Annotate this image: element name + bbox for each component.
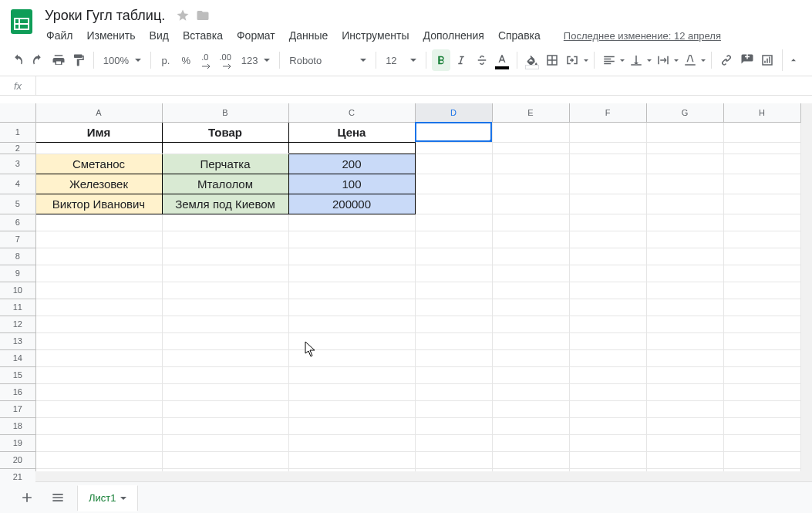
row-header-2[interactable]: 2 (0, 142, 35, 154)
folder-icon[interactable] (196, 8, 210, 22)
cell-B5[interactable]: Земля под Киевом (162, 194, 288, 214)
halign-more[interactable] (619, 59, 626, 62)
cell-C7[interactable] (288, 231, 415, 248)
cell-H17[interactable] (723, 400, 800, 417)
cell-A2[interactable] (35, 142, 162, 154)
cell-A1[interactable]: Имя (35, 122, 162, 142)
cell-G9[interactable] (646, 265, 723, 282)
cell-H2[interactable] (723, 142, 800, 154)
cell-E12[interactable] (492, 316, 569, 332)
cell-C8[interactable] (288, 248, 415, 265)
cell-F7[interactable] (569, 231, 646, 248)
cell-D18[interactable] (415, 417, 492, 434)
print-button[interactable] (49, 49, 67, 71)
cell-D13[interactable] (415, 332, 492, 349)
cell-F5[interactable] (569, 194, 646, 214)
cell-F6[interactable] (569, 214, 646, 231)
menu-view[interactable]: Вид (143, 26, 175, 45)
cell-E9[interactable] (492, 265, 569, 282)
cell-F12[interactable] (569, 316, 646, 332)
cell-B14[interactable] (162, 349, 288, 366)
col-header-D[interactable]: D (415, 103, 492, 122)
zoom-combo[interactable]: 100% (99, 49, 146, 71)
cell-E13[interactable] (492, 332, 569, 349)
cell-C5[interactable]: 200000 (288, 194, 415, 214)
cell-A17[interactable] (35, 400, 162, 417)
rotate-button[interactable] (681, 49, 699, 71)
cell-E16[interactable] (492, 383, 569, 400)
row-header-19[interactable]: 19 (0, 434, 35, 451)
row-header-10[interactable]: 10 (0, 282, 35, 299)
row-header-20[interactable]: 20 (0, 451, 35, 468)
cell-B8[interactable] (162, 248, 288, 265)
last-edit[interactable]: Последнее изменение: 12 апреля (564, 30, 721, 42)
cell-E2[interactable] (492, 142, 569, 154)
cell-B12[interactable] (162, 316, 288, 332)
cell-F3[interactable] (569, 154, 646, 174)
cell-F19[interactable] (569, 434, 646, 451)
cell-F4[interactable] (569, 174, 646, 194)
menu-edit[interactable]: Изменить (80, 26, 141, 45)
cell-C14[interactable] (288, 349, 415, 366)
valign-more[interactable] (646, 59, 653, 62)
menu-data[interactable]: Данные (283, 26, 335, 45)
cell-E14[interactable] (492, 349, 569, 366)
cell-F13[interactable] (569, 332, 646, 349)
col-header-G[interactable]: G (646, 103, 723, 122)
cell-E6[interactable] (492, 214, 569, 231)
cell-E1[interactable] (492, 122, 569, 142)
cell-A11[interactable] (35, 299, 162, 316)
cell-B10[interactable] (162, 282, 288, 299)
cell-B13[interactable] (162, 332, 288, 349)
row-header-14[interactable]: 14 (0, 349, 35, 366)
percent-button[interactable]: % (177, 49, 195, 71)
cell-H8[interactable] (723, 248, 800, 265)
cell-G5[interactable] (646, 194, 723, 214)
cell-B7[interactable] (162, 231, 288, 248)
cell-F11[interactable] (569, 299, 646, 316)
font-family-combo[interactable]: Roboto (285, 49, 371, 71)
cell-A7[interactable] (35, 231, 162, 248)
cell-A15[interactable] (35, 366, 162, 383)
cell-D2[interactable] (415, 142, 492, 154)
cell-G3[interactable] (646, 154, 723, 174)
cell-A20[interactable] (35, 451, 162, 468)
cell-G13[interactable] (646, 332, 723, 349)
cell-G10[interactable] (646, 282, 723, 299)
cell-D16[interactable] (415, 383, 492, 400)
cell-B1[interactable]: Товар (162, 122, 288, 142)
cell-G11[interactable] (646, 299, 723, 316)
row-header-12[interactable]: 12 (0, 316, 35, 332)
merge-button[interactable] (563, 49, 581, 71)
cell-B15[interactable] (162, 366, 288, 383)
row-header-6[interactable]: 6 (0, 214, 35, 231)
cell-C6[interactable] (288, 214, 415, 231)
cell-F9[interactable] (569, 265, 646, 282)
cell-C12[interactable] (288, 316, 415, 332)
cell-H10[interactable] (723, 282, 800, 299)
formula-input[interactable] (36, 76, 812, 95)
cell-H5[interactable] (723, 194, 800, 214)
cell-D15[interactable] (415, 366, 492, 383)
wrap-button[interactable] (654, 49, 672, 71)
menu-insert[interactable]: Вставка (177, 26, 229, 45)
cell-G18[interactable] (646, 417, 723, 434)
strike-button[interactable] (472, 49, 490, 71)
col-header-B[interactable]: B (162, 103, 288, 122)
cell-D11[interactable] (415, 299, 492, 316)
cell-H7[interactable] (723, 231, 800, 248)
cell-C19[interactable] (288, 434, 415, 451)
row-header-9[interactable]: 9 (0, 265, 35, 282)
cell-B6[interactable] (162, 214, 288, 231)
cell-D3[interactable] (415, 154, 492, 174)
cell-C1[interactable]: Цена (288, 122, 415, 142)
col-header-H[interactable]: H (723, 103, 800, 122)
row-header-15[interactable]: 15 (0, 366, 35, 383)
cell-C16[interactable] (288, 383, 415, 400)
cell-H4[interactable] (723, 174, 800, 194)
cell-F15[interactable] (569, 366, 646, 383)
cell-B9[interactable] (162, 265, 288, 282)
cell-C13[interactable] (288, 332, 415, 349)
col-header-A[interactable]: A (35, 103, 162, 122)
cell-D17[interactable] (415, 400, 492, 417)
